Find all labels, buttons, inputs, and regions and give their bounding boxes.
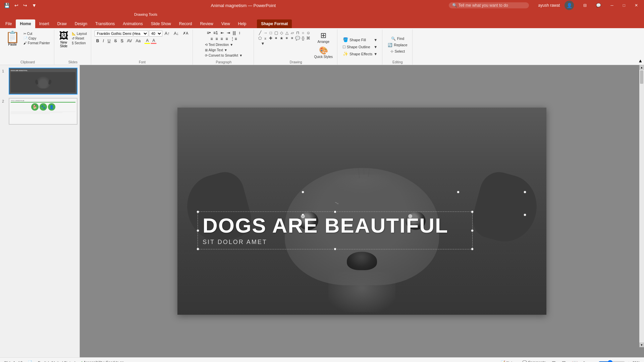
shape-star5-icon[interactable]: ★ bbox=[279, 36, 284, 41]
line-spacing-button[interactable]: ↕ bbox=[237, 30, 241, 36]
handle-bc[interactable] bbox=[334, 248, 336, 250]
smart-lookup-button[interactable]: ⋮≡ bbox=[229, 36, 238, 42]
section-button[interactable]: § Section bbox=[70, 41, 88, 45]
slide-thumbnail-1[interactable]: DOGS ARE BEAUTIFUL bbox=[9, 68, 77, 95]
shapes-more-button[interactable]: ▼ bbox=[257, 41, 268, 46]
shadow-button[interactable]: S bbox=[119, 38, 125, 44]
clear-format-button[interactable]: ✗A bbox=[181, 31, 190, 36]
avatar[interactable]: 👤 bbox=[565, 1, 574, 10]
shape-triangle-icon[interactable]: △ bbox=[284, 30, 289, 36]
tab-draw[interactable]: Draw bbox=[53, 19, 71, 28]
minimize-button[interactable]: ─ bbox=[607, 2, 617, 8]
shape-star6-icon[interactable]: ✶ bbox=[284, 36, 289, 41]
undo-button[interactable]: ↩ bbox=[13, 2, 20, 9]
handle-mr[interactable] bbox=[471, 229, 474, 232]
outer-handle-ml[interactable] bbox=[302, 214, 304, 216]
shape-fill-dropdown-icon[interactable]: ▼ bbox=[374, 38, 377, 42]
tab-help[interactable]: Help bbox=[234, 19, 251, 28]
tab-slide-show[interactable]: Slide Show bbox=[147, 19, 175, 28]
slide-item-2[interactable]: 2 TITLE LOREM IPSUM 🐕 🐾 👤 bbox=[2, 98, 77, 125]
handle-tl[interactable] bbox=[197, 210, 199, 213]
zoom-out-button[interactable]: − bbox=[592, 360, 597, 362]
cut-button[interactable]: ✂ Cut bbox=[22, 32, 51, 36]
rotation-handle[interactable] bbox=[332, 202, 338, 209]
collapse-ribbon-button[interactable]: ▲ bbox=[638, 58, 643, 63]
convert-smartart-button[interactable]: ⟳ Convert to SmartArt ▼ bbox=[203, 53, 244, 58]
new-slide-button[interactable]: 🖼 NewSlide bbox=[58, 30, 70, 49]
slide-item-1[interactable]: 1 DOGS ARE BEAUTIFUL bbox=[2, 68, 77, 95]
vertical-scrollbar[interactable]: ▲ ▼ bbox=[639, 65, 644, 347]
font-family-select[interactable]: Franklin Gothic Demi (Hea bbox=[95, 31, 148, 37]
tab-animations[interactable]: Animations bbox=[119, 19, 147, 28]
tab-record[interactable]: Record bbox=[175, 19, 196, 28]
slide-title[interactable]: DOGS ARE BEAUTIFUL bbox=[203, 215, 468, 236]
tab-view[interactable]: View bbox=[217, 19, 234, 28]
tab-transitions[interactable]: Transitions bbox=[91, 19, 119, 28]
shape-arrow-icon[interactable]: → bbox=[263, 30, 268, 36]
zoom-in-button[interactable]: + bbox=[627, 360, 631, 362]
customize-qa-button[interactable]: ▼ bbox=[31, 2, 38, 9]
shape-smiley-icon[interactable]: ☺ bbox=[306, 30, 311, 36]
paste-button[interactable]: 📋 Paste bbox=[4, 30, 21, 47]
shape-pentagon-icon[interactable]: ⬠ bbox=[257, 36, 263, 41]
layout-button[interactable]: 📐 Layout bbox=[70, 32, 88, 36]
bold-button[interactable]: B bbox=[95, 38, 101, 44]
handle-tc[interactable] bbox=[334, 210, 336, 213]
shape-line-icon[interactable]: ╱ bbox=[257, 30, 263, 36]
text-box-selected[interactable]: DOGS ARE BEAUTIFUL SIT DOLOR AMET bbox=[198, 212, 473, 249]
format-painter-button[interactable]: 🖌 Format Painter bbox=[22, 41, 51, 45]
shape-bracket-icon[interactable]: {} bbox=[300, 36, 306, 41]
align-left-button[interactable]: ≡ bbox=[209, 36, 214, 42]
shape-callout-icon[interactable]: 💬 bbox=[295, 36, 300, 41]
slide-subtitle[interactable]: SIT DOLOR AMET bbox=[203, 239, 468, 246]
strikethrough-button[interactable]: S bbox=[112, 38, 118, 44]
maximize-button[interactable]: □ bbox=[620, 2, 629, 8]
text-direction-button[interactable]: ⟲ Text Direction ▼ bbox=[203, 42, 244, 47]
italic-button[interactable]: I bbox=[101, 38, 105, 44]
scroll-thumb[interactable] bbox=[640, 70, 643, 84]
scroll-up-button[interactable]: ▲ bbox=[639, 65, 644, 70]
handle-ml[interactable] bbox=[197, 229, 199, 232]
slideshow-button[interactable]: ▶ bbox=[582, 359, 589, 362]
notes-button[interactable]: 📝 Notes bbox=[499, 360, 518, 362]
tab-shape-format[interactable]: Shape Format bbox=[257, 19, 292, 28]
tab-review[interactable]: Review bbox=[196, 19, 217, 28]
bullets-button[interactable]: ≡• bbox=[206, 30, 212, 36]
save-button[interactable]: 💾 bbox=[3, 2, 11, 9]
copy-button[interactable]: 📄 Copy bbox=[22, 36, 51, 41]
zoom-slider[interactable] bbox=[598, 360, 625, 362]
shape-parallelogram-icon[interactable]: ▱ bbox=[289, 30, 295, 36]
shape-chevron-icon[interactable]: ⌅ bbox=[263, 36, 268, 41]
arrange-button[interactable]: ⊞ Arrange bbox=[315, 30, 331, 45]
handle-br[interactable] bbox=[471, 248, 474, 250]
comments-status-button[interactable]: 💬 Comments bbox=[521, 360, 547, 362]
ribbon-display-button[interactable]: ⊟ bbox=[580, 2, 590, 8]
reset-button[interactable]: ↺ Reset bbox=[70, 36, 88, 41]
outer-handle-tl[interactable] bbox=[302, 191, 304, 193]
highlight-color-button[interactable]: A bbox=[151, 38, 157, 44]
char-spacing-button[interactable]: AV bbox=[125, 38, 133, 44]
slide-notes-toggle[interactable]: 📄 bbox=[26, 360, 34, 362]
canvas-area[interactable]: DOGS ARE BEAUTIFUL SIT DOLOR AMET bbox=[80, 65, 644, 357]
quick-styles-button[interactable]: 🎨 Quick Styles bbox=[312, 45, 334, 60]
handle-tr[interactable] bbox=[471, 210, 474, 213]
underline-button[interactable]: U bbox=[106, 38, 112, 44]
font-increase-button[interactable]: A↑ bbox=[163, 30, 171, 37]
shape-circle-icon[interactable]: ○ bbox=[300, 30, 306, 36]
tab-home[interactable]: Home bbox=[16, 19, 35, 28]
replace-button[interactable]: 🔄 Replace bbox=[386, 42, 409, 48]
tab-insert[interactable]: Insert bbox=[35, 19, 53, 28]
shape-effects-dropdown-icon[interactable]: ▼ bbox=[374, 52, 377, 56]
select-button[interactable]: ⊹ Select bbox=[388, 49, 407, 54]
font-size-select[interactable]: 40 bbox=[149, 31, 162, 37]
shape-plus-icon[interactable]: ✚ bbox=[268, 36, 273, 41]
handle-bl[interactable] bbox=[197, 248, 199, 250]
align-text-button[interactable]: ⊞ Align Text ▼ bbox=[203, 48, 244, 53]
shape-rect-icon[interactable]: □ bbox=[268, 30, 273, 36]
scroll-down-button[interactable]: ▼ bbox=[639, 343, 644, 347]
tell-me-input[interactable] bbox=[459, 3, 526, 8]
align-center-button[interactable]: ≡ bbox=[214, 36, 219, 42]
align-right-button[interactable]: ≡ bbox=[219, 36, 224, 42]
columns-button[interactable]: ||| bbox=[232, 30, 237, 36]
shape-rounded-rect-icon[interactable]: ▢ bbox=[273, 30, 279, 36]
